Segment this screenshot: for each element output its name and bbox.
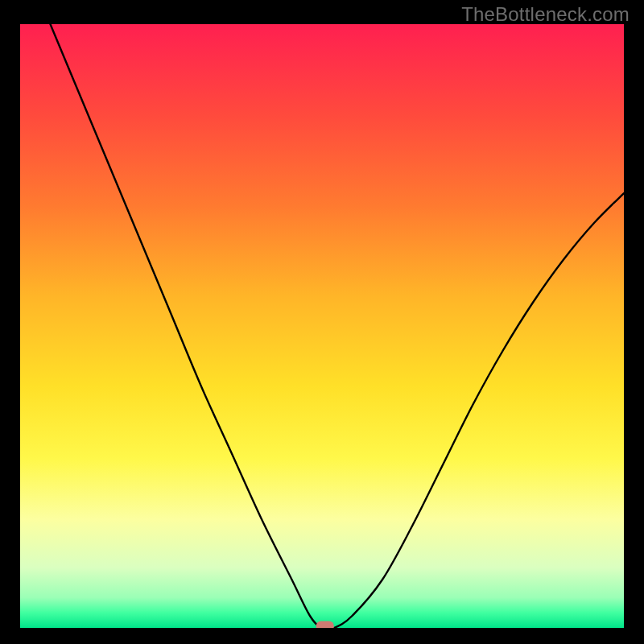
plot-frame xyxy=(20,24,624,628)
chart-container: TheBottleneck.com xyxy=(0,0,644,644)
bottleneck-curve xyxy=(51,24,625,628)
curve-layer xyxy=(20,24,624,628)
watermark-text: TheBottleneck.com xyxy=(461,3,630,26)
optimum-marker xyxy=(316,621,334,629)
